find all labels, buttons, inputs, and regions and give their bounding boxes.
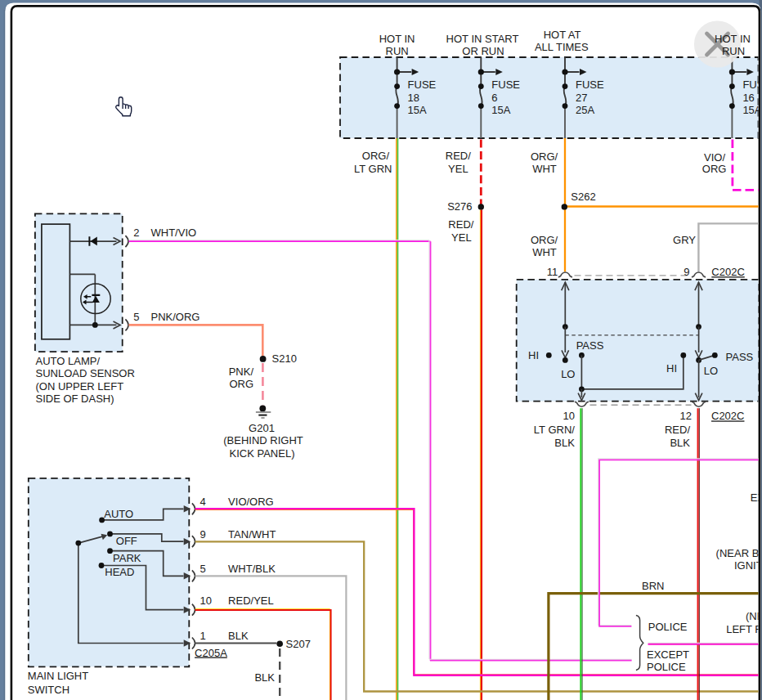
svg-text:LEFT F: LEFT F [726,623,761,635]
svg-text:KICK PANEL): KICK PANEL) [230,447,295,460]
svg-text:WHT: WHT [532,163,557,175]
svg-text:ORG: ORG [229,378,253,390]
svg-text:BLK: BLK [228,630,249,642]
svg-text:RUN: RUN [386,45,409,57]
svg-text:OR RUN: OR RUN [462,45,504,57]
svg-text:PARK: PARK [113,552,141,564]
svg-text:HEAD: HEAD [105,566,134,578]
svg-text:15A: 15A [408,104,427,116]
svg-text:FUSE: FUSE [408,79,437,91]
svg-text:HI: HI [528,349,539,361]
svg-text:MAIN LIGHT: MAIN LIGHT [28,670,88,682]
svg-text:VIO/ORG: VIO/ORG [228,496,274,508]
svg-text:YEL: YEL [451,231,472,244]
svg-text:HOT IN START: HOT IN START [446,33,519,45]
svg-text:IGNIT: IGNIT [734,559,762,572]
svg-text:FUSE: FUSE [491,79,520,91]
svg-text:G201: G201 [249,422,275,434]
svg-text:HOT IN: HOT IN [715,33,751,45]
svg-text:C205A: C205A [195,647,227,659]
svg-text:9: 9 [200,528,206,541]
svg-text:ORG/: ORG/ [531,150,558,163]
svg-text:HOT IN: HOT IN [379,33,415,45]
svg-text:9: 9 [684,266,689,278]
svg-text:SUNLOAD SENSOR: SUNLOAD SENSOR [36,367,135,379]
svg-text:SIDE OF DASH): SIDE OF DASH) [36,393,114,405]
svg-text:LO: LO [704,365,718,377]
svg-text:10: 10 [200,595,212,607]
svg-text:C202C: C202C [711,266,744,278]
svg-text:BRN: BRN [642,580,664,592]
svg-text:POLICE: POLICE [648,621,688,633]
svg-text:C202C: C202C [711,410,744,422]
svg-text:(BEHIND RIGHT: (BEHIND RIGHT [223,434,303,446]
svg-text:PNK/ORG: PNK/ORG [151,311,200,323]
svg-text:BLK: BLK [554,437,575,449]
svg-text:18: 18 [408,92,419,104]
svg-text:RED/: RED/ [665,424,690,436]
svg-text:S210: S210 [272,352,297,365]
svg-text:HI: HI [666,362,677,375]
svg-text:5: 5 [133,311,139,323]
svg-text:27: 27 [576,92,587,104]
svg-text:5: 5 [200,563,206,575]
svg-text:RED/YEL: RED/YEL [228,595,274,607]
svg-text:WHT: WHT [532,246,557,258]
svg-text:S276: S276 [447,200,472,213]
svg-text:S262: S262 [571,191,595,203]
svg-text:TAN/WHT: TAN/WHT [228,528,276,541]
svg-text:12: 12 [680,410,692,422]
svg-text:25A: 25A [576,104,594,116]
svg-text:BLK: BLK [254,671,275,684]
svg-text:15A: 15A [491,104,510,116]
svg-text:(NEAR BR: (NEAR BR [716,547,762,559]
svg-text:WHT/BLK: WHT/BLK [228,563,276,575]
svg-text:LT GRN/: LT GRN/ [534,424,575,436]
svg-text:VIO/: VIO/ [704,151,725,164]
svg-text:PNK/: PNK/ [229,366,254,378]
svg-text:1: 1 [200,630,206,642]
svg-text:OFF: OFF [116,535,137,547]
svg-text:RED/: RED/ [448,218,473,231]
svg-text:ALL TIMES: ALL TIMES [535,41,589,53]
svg-text:RED/: RED/ [446,150,471,162]
svg-text:BLK: BLK [670,437,690,449]
svg-text:11: 11 [547,266,558,278]
svg-text:AUTO: AUTO [104,508,133,520]
svg-text:ORG/: ORG/ [362,150,390,162]
svg-text:ORG/: ORG/ [531,234,558,246]
svg-text:S207: S207 [286,638,311,650]
svg-text:WHT/VIO: WHT/VIO [151,227,197,239]
svg-text:16: 16 [742,92,754,104]
svg-text:SWITCH: SWITCH [28,684,69,696]
svg-text:LO: LO [561,368,575,380]
svg-text:AUTO LAMP/: AUTO LAMP/ [36,355,101,367]
svg-text:10: 10 [563,410,575,422]
svg-text:ORG: ORG [702,163,727,175]
svg-text:LT GRN: LT GRN [354,163,392,175]
svg-text:(ON UPPER LEFT: (ON UPPER LEFT [36,380,124,393]
svg-text:PASS: PASS [576,339,604,352]
svg-text:RUN: RUN [722,45,745,57]
svg-text:2: 2 [133,227,139,239]
svg-text:EXCEPT: EXCEPT [647,648,689,661]
svg-text:FUSE: FUSE [576,79,604,91]
svg-text:6: 6 [491,92,497,104]
svg-text:HOT AT: HOT AT [544,29,581,41]
svg-text:PASS: PASS [726,351,754,363]
svg-text:4: 4 [200,496,206,508]
svg-text:YEL: YEL [448,163,468,175]
svg-text:POLICE: POLICE [647,661,686,673]
svg-text:GRY: GRY [673,234,696,246]
